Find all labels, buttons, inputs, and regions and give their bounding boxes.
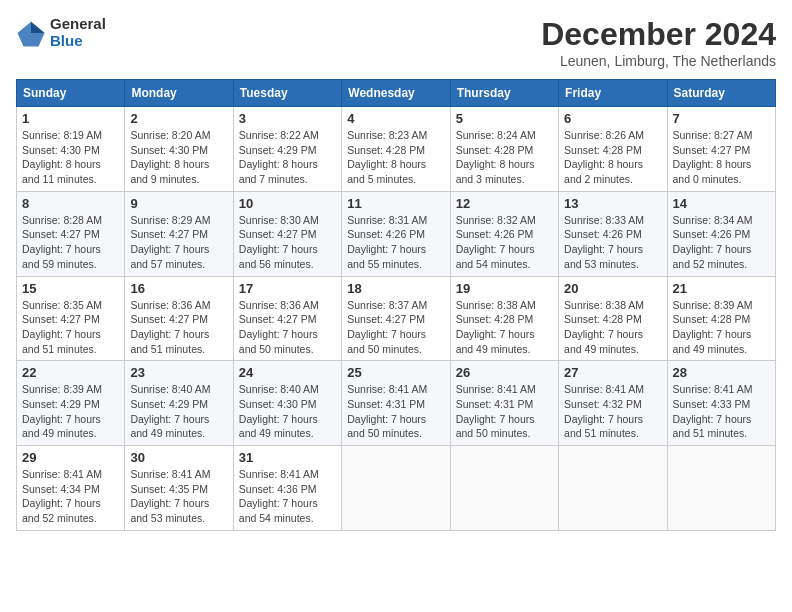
day-number: 4 — [347, 111, 444, 126]
calendar-cell: 4 Sunrise: 8:23 AMSunset: 4:28 PMDayligh… — [342, 107, 450, 192]
calendar-cell: 21 Sunrise: 8:39 AMSunset: 4:28 PMDaylig… — [667, 276, 775, 361]
day-number: 5 — [456, 111, 553, 126]
day-number: 3 — [239, 111, 336, 126]
day-detail: Sunrise: 8:40 AMSunset: 4:29 PMDaylight:… — [130, 382, 227, 441]
day-number: 31 — [239, 450, 336, 465]
header-wednesday: Wednesday — [342, 80, 450, 107]
calendar-cell: 17 Sunrise: 8:36 AMSunset: 4:27 PMDaylig… — [233, 276, 341, 361]
calendar-cell: 28 Sunrise: 8:41 AMSunset: 4:33 PMDaylig… — [667, 361, 775, 446]
calendar-cell: 9 Sunrise: 8:29 AMSunset: 4:27 PMDayligh… — [125, 191, 233, 276]
day-number: 1 — [22, 111, 119, 126]
calendar-cell: 20 Sunrise: 8:38 AMSunset: 4:28 PMDaylig… — [559, 276, 667, 361]
calendar-cell: 15 Sunrise: 8:35 AMSunset: 4:27 PMDaylig… — [17, 276, 125, 361]
day-number: 12 — [456, 196, 553, 211]
calendar-cell: 22 Sunrise: 8:39 AMSunset: 4:29 PMDaylig… — [17, 361, 125, 446]
calendar-cell: 10 Sunrise: 8:30 AMSunset: 4:27 PMDaylig… — [233, 191, 341, 276]
day-detail: Sunrise: 8:41 AMSunset: 4:36 PMDaylight:… — [239, 467, 336, 526]
logo-general-text: General — [50, 16, 106, 33]
logo-text: General Blue — [50, 16, 106, 49]
day-number: 19 — [456, 281, 553, 296]
calendar-week-4: 22 Sunrise: 8:39 AMSunset: 4:29 PMDaylig… — [17, 361, 776, 446]
header-monday: Monday — [125, 80, 233, 107]
calendar-cell: 8 Sunrise: 8:28 AMSunset: 4:27 PMDayligh… — [17, 191, 125, 276]
day-number: 29 — [22, 450, 119, 465]
calendar-table: SundayMondayTuesdayWednesdayThursdayFrid… — [16, 79, 776, 531]
day-number: 14 — [673, 196, 770, 211]
calendar-week-2: 8 Sunrise: 8:28 AMSunset: 4:27 PMDayligh… — [17, 191, 776, 276]
header-saturday: Saturday — [667, 80, 775, 107]
calendar-week-5: 29 Sunrise: 8:41 AMSunset: 4:34 PMDaylig… — [17, 446, 776, 531]
day-detail: Sunrise: 8:41 AMSunset: 4:35 PMDaylight:… — [130, 467, 227, 526]
day-detail: Sunrise: 8:30 AMSunset: 4:27 PMDaylight:… — [239, 213, 336, 272]
day-detail: Sunrise: 8:32 AMSunset: 4:26 PMDaylight:… — [456, 213, 553, 272]
day-number: 15 — [22, 281, 119, 296]
day-detail: Sunrise: 8:41 AMSunset: 4:31 PMDaylight:… — [456, 382, 553, 441]
day-detail: Sunrise: 8:39 AMSunset: 4:29 PMDaylight:… — [22, 382, 119, 441]
header-friday: Friday — [559, 80, 667, 107]
day-number: 24 — [239, 365, 336, 380]
day-detail: Sunrise: 8:40 AMSunset: 4:30 PMDaylight:… — [239, 382, 336, 441]
day-number: 20 — [564, 281, 661, 296]
calendar-week-3: 15 Sunrise: 8:35 AMSunset: 4:27 PMDaylig… — [17, 276, 776, 361]
logo: General Blue — [16, 16, 106, 49]
calendar-cell: 31 Sunrise: 8:41 AMSunset: 4:36 PMDaylig… — [233, 446, 341, 531]
calendar-cell: 25 Sunrise: 8:41 AMSunset: 4:31 PMDaylig… — [342, 361, 450, 446]
day-detail: Sunrise: 8:19 AMSunset: 4:30 PMDaylight:… — [22, 128, 119, 187]
day-number: 25 — [347, 365, 444, 380]
calendar-cell: 5 Sunrise: 8:24 AMSunset: 4:28 PMDayligh… — [450, 107, 558, 192]
day-detail: Sunrise: 8:38 AMSunset: 4:28 PMDaylight:… — [564, 298, 661, 357]
day-number: 10 — [239, 196, 336, 211]
day-detail: Sunrise: 8:41 AMSunset: 4:31 PMDaylight:… — [347, 382, 444, 441]
calendar-cell: 27 Sunrise: 8:41 AMSunset: 4:32 PMDaylig… — [559, 361, 667, 446]
calendar-week-1: 1 Sunrise: 8:19 AMSunset: 4:30 PMDayligh… — [17, 107, 776, 192]
day-detail: Sunrise: 8:28 AMSunset: 4:27 PMDaylight:… — [22, 213, 119, 272]
calendar-cell: 26 Sunrise: 8:41 AMSunset: 4:31 PMDaylig… — [450, 361, 558, 446]
day-detail: Sunrise: 8:31 AMSunset: 4:26 PMDaylight:… — [347, 213, 444, 272]
day-number: 16 — [130, 281, 227, 296]
calendar-cell — [450, 446, 558, 531]
day-detail: Sunrise: 8:41 AMSunset: 4:32 PMDaylight:… — [564, 382, 661, 441]
header-sunday: Sunday — [17, 80, 125, 107]
day-detail: Sunrise: 8:27 AMSunset: 4:27 PMDaylight:… — [673, 128, 770, 187]
day-detail: Sunrise: 8:39 AMSunset: 4:28 PMDaylight:… — [673, 298, 770, 357]
day-number: 21 — [673, 281, 770, 296]
logo-blue-text: Blue — [50, 33, 106, 50]
calendar-cell: 3 Sunrise: 8:22 AMSunset: 4:29 PMDayligh… — [233, 107, 341, 192]
calendar-header-row: SundayMondayTuesdayWednesdayThursdayFrid… — [17, 80, 776, 107]
day-number: 8 — [22, 196, 119, 211]
day-detail: Sunrise: 8:23 AMSunset: 4:28 PMDaylight:… — [347, 128, 444, 187]
calendar-cell — [667, 446, 775, 531]
day-number: 22 — [22, 365, 119, 380]
day-number: 30 — [130, 450, 227, 465]
day-number: 13 — [564, 196, 661, 211]
calendar-cell: 18 Sunrise: 8:37 AMSunset: 4:27 PMDaylig… — [342, 276, 450, 361]
day-detail: Sunrise: 8:38 AMSunset: 4:28 PMDaylight:… — [456, 298, 553, 357]
calendar-cell — [559, 446, 667, 531]
calendar-cell: 6 Sunrise: 8:26 AMSunset: 4:28 PMDayligh… — [559, 107, 667, 192]
day-number: 2 — [130, 111, 227, 126]
day-detail: Sunrise: 8:26 AMSunset: 4:28 PMDaylight:… — [564, 128, 661, 187]
day-number: 7 — [673, 111, 770, 126]
day-detail: Sunrise: 8:36 AMSunset: 4:27 PMDaylight:… — [130, 298, 227, 357]
calendar-cell: 12 Sunrise: 8:32 AMSunset: 4:26 PMDaylig… — [450, 191, 558, 276]
day-number: 9 — [130, 196, 227, 211]
page-header: General Blue December 2024 Leunen, Limbu… — [16, 16, 776, 69]
day-detail: Sunrise: 8:41 AMSunset: 4:33 PMDaylight:… — [673, 382, 770, 441]
day-number: 17 — [239, 281, 336, 296]
calendar-cell: 24 Sunrise: 8:40 AMSunset: 4:30 PMDaylig… — [233, 361, 341, 446]
day-number: 28 — [673, 365, 770, 380]
calendar-cell: 16 Sunrise: 8:36 AMSunset: 4:27 PMDaylig… — [125, 276, 233, 361]
day-number: 23 — [130, 365, 227, 380]
day-detail: Sunrise: 8:34 AMSunset: 4:26 PMDaylight:… — [673, 213, 770, 272]
day-detail: Sunrise: 8:29 AMSunset: 4:27 PMDaylight:… — [130, 213, 227, 272]
calendar-cell: 23 Sunrise: 8:40 AMSunset: 4:29 PMDaylig… — [125, 361, 233, 446]
day-number: 18 — [347, 281, 444, 296]
calendar-cell: 1 Sunrise: 8:19 AMSunset: 4:30 PMDayligh… — [17, 107, 125, 192]
day-detail: Sunrise: 8:41 AMSunset: 4:34 PMDaylight:… — [22, 467, 119, 526]
calendar-cell: 7 Sunrise: 8:27 AMSunset: 4:27 PMDayligh… — [667, 107, 775, 192]
header-tuesday: Tuesday — [233, 80, 341, 107]
day-detail: Sunrise: 8:35 AMSunset: 4:27 PMDaylight:… — [22, 298, 119, 357]
month-title: December 2024 — [541, 16, 776, 53]
calendar-cell: 19 Sunrise: 8:38 AMSunset: 4:28 PMDaylig… — [450, 276, 558, 361]
logo-icon — [16, 18, 46, 48]
